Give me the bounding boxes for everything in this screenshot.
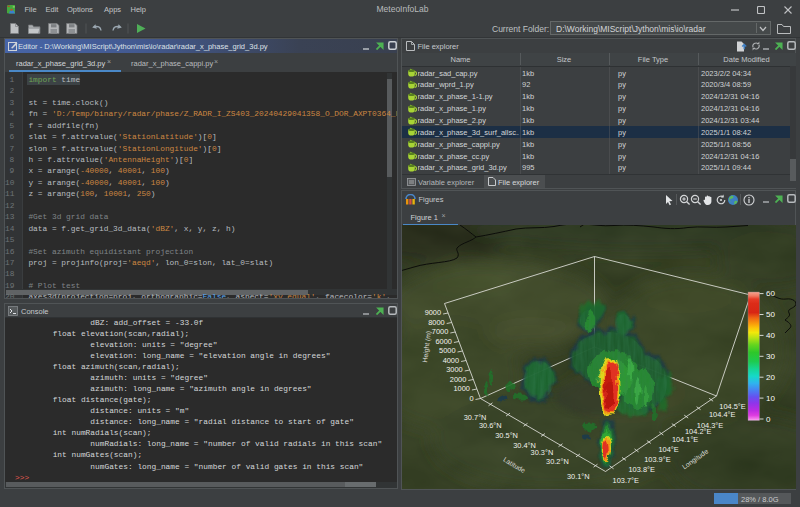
svg-text:5000: 5000 (439, 346, 455, 355)
svg-text:3000: 3000 (446, 365, 462, 374)
svg-text:4000: 4000 (442, 356, 458, 365)
svg-text:104°E: 104°E (658, 445, 678, 454)
svg-text:10: 10 (766, 394, 775, 403)
svg-text:30.1°N: 30.1°N (566, 472, 589, 481)
svg-text:8000: 8000 (428, 318, 444, 327)
svg-text:103.9°E: 103.9°E (644, 455, 670, 464)
svg-text:30.2°N: 30.2°N (546, 457, 569, 466)
svg-text:103.7°E: 103.7°E (612, 476, 638, 485)
svg-text:0: 0 (469, 394, 473, 403)
svg-text:104.5°E: 104.5°E (719, 402, 745, 411)
svg-text:50: 50 (766, 310, 775, 319)
svg-text:104.4°E: 104.4°E (709, 410, 735, 419)
svg-text:30.5°N: 30.5°N (495, 431, 518, 440)
svg-text:40: 40 (766, 331, 775, 340)
svg-text:104.1°E: 104.1°E (671, 435, 697, 444)
svg-text:7000: 7000 (431, 327, 447, 336)
svg-text:2000: 2000 (449, 375, 465, 384)
svg-text:30.3°N: 30.3°N (530, 448, 553, 457)
svg-text:103.8°E: 103.8°E (628, 465, 654, 474)
svg-text:30.7°N: 30.7°N (463, 413, 486, 422)
svg-text:9000: 9000 (424, 308, 440, 317)
svg-text:30: 30 (766, 352, 775, 361)
svg-text:20: 20 (766, 373, 775, 382)
svg-text:60: 60 (766, 289, 775, 298)
svg-text:0: 0 (766, 415, 771, 424)
svg-text:30.6°N: 30.6°N (478, 421, 501, 430)
svg-text:104.3°E: 104.3°E (696, 421, 722, 430)
svg-text:1000: 1000 (453, 384, 469, 393)
svg-text:6000: 6000 (435, 337, 451, 346)
